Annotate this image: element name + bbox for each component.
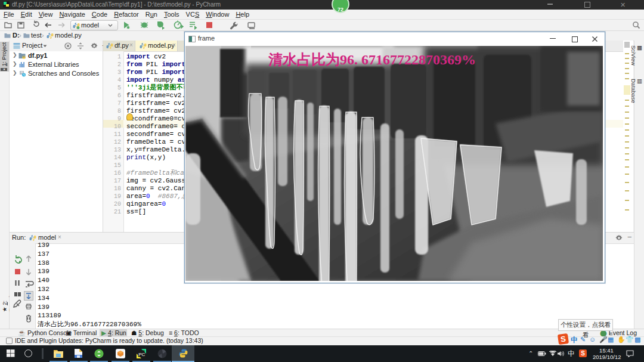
svg-text:清水占比为96. 67167722870369%: 清水占比为96. 67167722870369% (268, 52, 476, 67)
svg-text:PC: PC (138, 352, 145, 357)
